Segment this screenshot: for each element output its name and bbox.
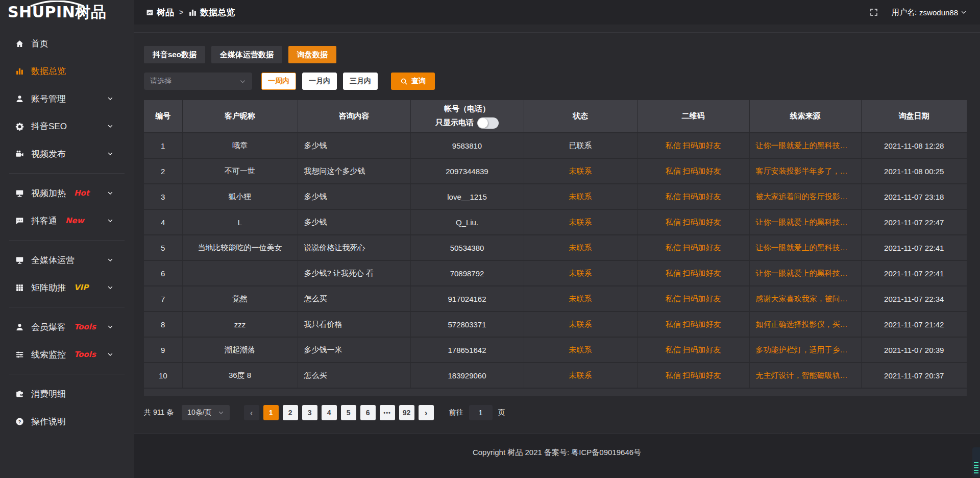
- filter-select[interactable]: 请选择: [144, 73, 252, 90]
- chevron-down-icon: [107, 218, 113, 224]
- column-header: 咨询内容: [298, 100, 410, 133]
- cell-content: 多少钱一米: [298, 337, 410, 363]
- cell-nickname: 当地比较能吃的一位美女: [182, 235, 298, 260]
- range-button[interactable]: 一周内: [261, 73, 296, 90]
- cell-no: 7: [144, 286, 182, 312]
- sidebar-item-label: 首页: [31, 38, 48, 50]
- page-number-button[interactable]: 92: [399, 405, 414, 420]
- cell-nickname: 觉然: [182, 286, 298, 312]
- sidebar-item-badge: Tools: [74, 322, 96, 331]
- cell-account: 178651642: [410, 337, 524, 363]
- cell-qrcode-link[interactable]: 私信 扫码加好友: [637, 184, 749, 209]
- tab-item[interactable]: 抖音seo数据: [144, 46, 205, 63]
- cell-source-link[interactable]: 被大家追着问的客厅投影分享...: [749, 184, 861, 209]
- cell-content: 多少钱: [298, 184, 410, 209]
- cell-date: 2021-11-08 12:28: [861, 133, 967, 158]
- sidebar-divider: [9, 173, 125, 174]
- cell-content: 我只看价格: [298, 312, 410, 337]
- phone-toggle-row: 只显示电话: [435, 117, 499, 129]
- sidebar-item[interactable]: 消费明细: [0, 380, 134, 408]
- page-number-button[interactable]: 3: [302, 405, 317, 420]
- cell-account: 70898792: [410, 260, 524, 286]
- username-value: zswodun88: [919, 8, 958, 17]
- sidebar-item[interactable]: 抖客通New: [0, 207, 134, 234]
- tab-active[interactable]: 询盘数据: [288, 46, 336, 63]
- search-button-label: 查询: [411, 77, 426, 86]
- cell-nickname: 不可一世: [182, 158, 298, 184]
- cell-qrcode-link[interactable]: 私信 扫码加好友: [637, 363, 749, 388]
- range-button[interactable]: 三月内: [343, 73, 378, 90]
- range-button[interactable]: 一月内: [302, 73, 337, 90]
- cell-nickname: 哦章: [182, 133, 298, 158]
- page-ellipsis-button[interactable]: •••: [380, 405, 395, 420]
- sidebar-item-label: 操作说明: [31, 416, 66, 427]
- sidebar-item-label: 账号管理: [31, 93, 66, 105]
- sidebar-item[interactable]: 全媒体运营: [0, 246, 134, 274]
- search-button[interactable]: 查询: [391, 73, 435, 90]
- cell-qrcode-link[interactable]: 私信 扫码加好友: [637, 235, 749, 260]
- fullscreen-icon[interactable]: [869, 8, 878, 17]
- sidebar-item[interactable]: 视频发布: [0, 140, 134, 168]
- tab-item[interactable]: 全媒体运营数据: [211, 46, 282, 63]
- sidebar-divider: [9, 374, 125, 374]
- chevron-down-icon: [107, 151, 113, 157]
- sidebar-item[interactable]: 矩阵助推VIP: [0, 274, 134, 301]
- prev-page-button[interactable]: ‹: [244, 405, 259, 420]
- cell-source-link[interactable]: 让你一眼就爱上的黑科技，能...: [749, 133, 861, 158]
- sidebar-item[interactable]: 数据总览: [0, 57, 134, 85]
- breadcrumb-item[interactable]: 数据总览: [188, 7, 235, 18]
- chevron-down-icon: [107, 190, 113, 196]
- cell-qrcode-link[interactable]: 私信 扫码加好友: [637, 133, 749, 158]
- cell-source-link[interactable]: 客厅安装投影半年多了，真实...: [749, 158, 861, 184]
- table-row: 9潮起潮落多少钱一米178651642未联系私信 扫码加好友多功能护栏灯，适用于…: [144, 337, 967, 363]
- cell-qrcode-link[interactable]: 私信 扫码加好友: [637, 158, 749, 184]
- table-row: 5当地比较能吃的一位美女说说价格让我死心50534380未联系私信 扫码加好友让…: [144, 235, 967, 260]
- column-header: 编号: [144, 100, 182, 133]
- cell-date: 2021-11-08 00:25: [861, 158, 967, 184]
- sidebar-item[interactable]: 视频加热Hot: [0, 179, 134, 207]
- breadcrumb-item[interactable]: 树品: [146, 7, 174, 18]
- next-page-button[interactable]: ›: [419, 405, 434, 420]
- page-number-button[interactable]: 1: [263, 405, 279, 420]
- phone-toggle[interactable]: [477, 117, 499, 129]
- cell-qrcode-link[interactable]: 私信 扫码加好友: [637, 337, 749, 363]
- goto-label: 前往: [449, 408, 463, 417]
- cell-qrcode-link[interactable]: 私信 扫码加好友: [637, 286, 749, 312]
- page-number-button[interactable]: 2: [283, 405, 298, 420]
- bar-chart-icon: [188, 8, 197, 17]
- tab-bar: 抖音seo数据全媒体运营数据询盘数据: [144, 46, 967, 63]
- page-number-button[interactable]: 4: [322, 405, 337, 420]
- goto-page-input[interactable]: [469, 405, 493, 420]
- cell-date: 2021-11-07 22:34: [861, 286, 967, 312]
- column-header: 状态: [524, 100, 637, 133]
- column-header: 帐号（电话）只显示电话: [410, 100, 524, 133]
- corner-widget[interactable]: [972, 447, 980, 477]
- sidebar-item[interactable]: 首页: [0, 30, 134, 57]
- user-menu[interactable]: 用户名: zswodun88: [892, 8, 967, 17]
- sidebar-item[interactable]: 抖音SEO: [0, 112, 134, 140]
- cell-qrcode-link[interactable]: 私信 扫码加好友: [637, 312, 749, 337]
- cell-source-link[interactable]: 让你一眼就爱上的黑科技，能...: [749, 260, 861, 286]
- sidebar-item[interactable]: ?操作说明: [0, 408, 134, 435]
- chevron-down-icon: [107, 284, 113, 291]
- table-row: 1036度 8怎么买183929060未联系私信 扫码加好友无主灯设计，智能磁吸…: [144, 363, 967, 388]
- cell-source-link[interactable]: 感谢大家喜欢我家，被问了好...: [749, 286, 861, 312]
- sidebar-item-label: 数据总览: [31, 65, 66, 77]
- sidebar-item[interactable]: 会员爆客Tools: [0, 313, 134, 341]
- cell-qrcode-link[interactable]: 私信 扫码加好友: [637, 209, 749, 235]
- cell-no: 8: [144, 312, 182, 337]
- cell-source-link[interactable]: 无主灯设计，智能磁吸轨道灯...: [749, 363, 861, 388]
- sidebar-item[interactable]: 账号管理: [0, 85, 134, 112]
- cell-source-link[interactable]: 让你一眼就爱上的黑科技，能...: [749, 209, 861, 235]
- cell-source-link[interactable]: 如何正确选择投影仪，买投影...: [749, 312, 861, 337]
- cell-source-link[interactable]: 让你一眼就爱上的黑科技，能...: [749, 235, 861, 260]
- cell-source-link[interactable]: 多功能护栏灯，适用于乡村文...: [749, 337, 861, 363]
- sidebar-item[interactable]: 线索监控Tools: [0, 341, 134, 368]
- chevron-down-icon: [218, 410, 224, 416]
- page-number-button[interactable]: 5: [341, 405, 356, 420]
- page-size-select[interactable]: 10条/页: [182, 405, 229, 420]
- page-number-button[interactable]: 6: [360, 405, 376, 420]
- sidebar-item-badge: Tools: [74, 350, 96, 359]
- cell-status: 未联系: [524, 235, 637, 260]
- cell-qrcode-link[interactable]: 私信 扫码加好友: [637, 260, 749, 286]
